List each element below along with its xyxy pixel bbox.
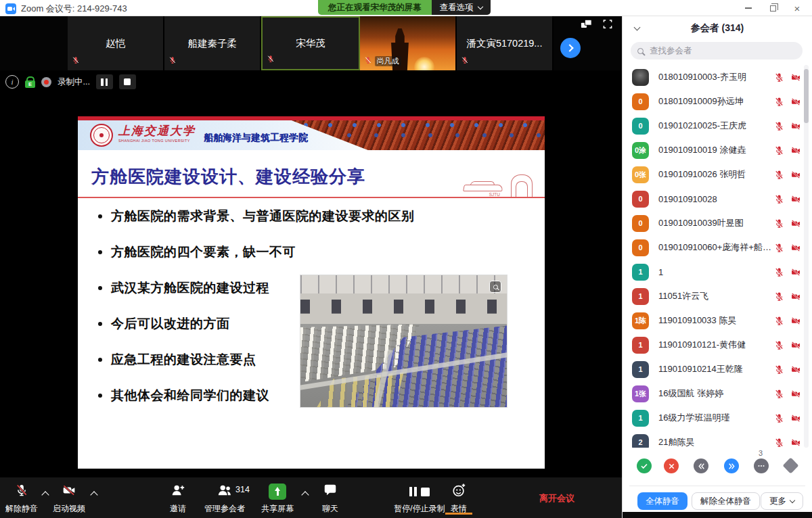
bullet-dot bbox=[98, 358, 102, 362]
panel-bottom-strip bbox=[623, 512, 812, 518]
participant-name: 018010910009孙远坤 bbox=[658, 95, 774, 108]
video-tile[interactable]: 宋华茂 bbox=[261, 16, 359, 70]
video-off-icon[interactable] bbox=[790, 267, 801, 277]
video-off-icon[interactable] bbox=[790, 291, 801, 302]
mic-muted-icon[interactable] bbox=[774, 316, 784, 326]
scrollbar-thumb[interactable] bbox=[804, 69, 809, 123]
participant-row[interactable]: 0张 019010910026 张明哲 bbox=[623, 162, 812, 187]
participant-row[interactable]: 0 019010210025-王庆虎 bbox=[623, 114, 812, 138]
participant-row[interactable]: 0 018010910009孙远坤 bbox=[623, 89, 812, 114]
participant-row[interactable]: 0 019010910060+庞海祥+船建学... bbox=[623, 235, 812, 260]
video-off-icon[interactable] bbox=[790, 194, 801, 204]
video-off-icon[interactable] bbox=[790, 145, 801, 156]
participant-name: 019010910028 bbox=[658, 194, 774, 204]
next-videos-button[interactable] bbox=[560, 38, 581, 58]
participant-row[interactable]: 1张 16级国航 张婷婷 bbox=[623, 381, 812, 406]
participant-row[interactable]: 0 019010910039叶昱图 bbox=[623, 211, 812, 235]
invite-button[interactable]: 邀请 bbox=[158, 484, 198, 515]
video-off-icon[interactable] bbox=[790, 170, 801, 180]
bullet-dot bbox=[98, 286, 102, 290]
video-off-icon[interactable] bbox=[790, 218, 801, 229]
mic-muted-icon[interactable] bbox=[774, 170, 784, 180]
participant-row[interactable]: 1陈 119010910033 陈昊 bbox=[623, 308, 812, 333]
participant-row[interactable]: 0涂 019010910019 涂健垚 bbox=[623, 138, 812, 162]
participant-row[interactable]: 1 16级力学班温明瑾 bbox=[623, 406, 812, 430]
mic-muted-icon[interactable] bbox=[774, 97, 784, 107]
participant-avatar: 0 bbox=[632, 93, 649, 110]
video-off-icon[interactable] bbox=[790, 72, 801, 83]
unmute-button[interactable]: 解除静音 bbox=[1, 484, 42, 515]
mic-muted-icon[interactable] bbox=[774, 364, 784, 375]
close-button[interactable]: × bbox=[785, 0, 809, 16]
participants-panel-title: 参会者 (314) bbox=[623, 22, 812, 34]
mic-muted-icon[interactable] bbox=[774, 267, 784, 277]
mic-muted-icon[interactable] bbox=[774, 438, 784, 448]
share-options-chevron[interactable] bbox=[301, 491, 309, 498]
chevron-right-icon bbox=[566, 44, 573, 51]
mic-muted-icon[interactable] bbox=[774, 389, 784, 399]
video-options-chevron[interactable] bbox=[90, 491, 97, 498]
video-off-icon[interactable] bbox=[790, 364, 801, 375]
university-name: 上海交通大学 bbox=[118, 125, 196, 138]
view-options-button[interactable]: 查看选项 bbox=[432, 0, 491, 15]
no-feedback-button[interactable] bbox=[664, 458, 679, 473]
stop-recording-button[interactable] bbox=[119, 74, 136, 89]
video-tile[interactable]: 尚凡成 bbox=[360, 16, 457, 70]
info-icon[interactable]: i bbox=[5, 75, 19, 89]
participant-row[interactable]: 1 11051许云飞 bbox=[623, 284, 812, 308]
mic-muted-icon[interactable] bbox=[774, 72, 784, 83]
clear-feedback-icon[interactable] bbox=[782, 457, 798, 473]
video-off-icon[interactable] bbox=[790, 97, 801, 107]
search-input[interactable] bbox=[648, 45, 796, 56]
slower-feedback-button[interactable] bbox=[694, 458, 708, 473]
minimize-button[interactable] bbox=[736, 0, 761, 16]
restore-button[interactable] bbox=[761, 0, 785, 16]
mic-muted-icon[interactable] bbox=[774, 194, 784, 204]
video-off-icon[interactable] bbox=[790, 316, 801, 326]
chat-button[interactable]: 聊天 bbox=[310, 484, 351, 515]
mic-muted-icon[interactable] bbox=[774, 145, 784, 156]
video-tile[interactable]: 赵恺 bbox=[68, 16, 164, 70]
participant-avatar: 0 bbox=[632, 191, 649, 208]
participant-row[interactable]: 1 119010910214王乾隆 bbox=[623, 357, 812, 381]
mic-muted-icon[interactable] bbox=[774, 340, 784, 350]
video-off-icon[interactable] bbox=[790, 413, 801, 423]
mic-muted-icon[interactable] bbox=[774, 243, 784, 253]
start-video-button[interactable]: 启动视频 bbox=[49, 484, 89, 515]
share-screen-button[interactable]: 共享屏幕 bbox=[257, 484, 298, 515]
unmute-all-button[interactable]: 解除全体静音 bbox=[692, 492, 760, 510]
mic-muted-icon[interactable] bbox=[774, 413, 784, 423]
more-feedback-button[interactable] bbox=[754, 458, 769, 473]
mic-muted-icon[interactable] bbox=[774, 291, 784, 302]
participant-row[interactable]: 1 1 bbox=[623, 260, 812, 284]
faster-feedback-button[interactable] bbox=[724, 458, 739, 473]
video-off-icon[interactable] bbox=[790, 243, 801, 253]
video-tile[interactable]: 潘文寅5170219... bbox=[457, 16, 554, 70]
video-off-icon[interactable] bbox=[790, 340, 801, 350]
participant-row[interactable]: 0 019010910028 bbox=[623, 187, 812, 211]
participant-row[interactable]: 018010910003-齐玉明 bbox=[623, 65, 812, 89]
gallery-view-icon[interactable] bbox=[581, 19, 593, 29]
magnifier-icon[interactable] bbox=[489, 281, 501, 293]
reactions-button[interactable]: 表情 bbox=[438, 484, 479, 515]
participant-avatar: 2 bbox=[632, 434, 649, 448]
video-off-icon[interactable] bbox=[790, 121, 801, 131]
more-button[interactable]: 更多 bbox=[761, 492, 803, 510]
yes-feedback-button[interactable] bbox=[637, 458, 652, 473]
participant-avatar: 1陈 bbox=[632, 312, 649, 329]
pause-recording-button[interactable] bbox=[96, 74, 113, 89]
video-off-icon[interactable] bbox=[790, 389, 801, 399]
fullscreen-icon[interactable] bbox=[602, 19, 614, 29]
recording-overlay: i E 录制中... bbox=[5, 74, 136, 89]
mic-options-chevron[interactable] bbox=[41, 491, 49, 498]
leave-meeting-button[interactable]: 离开会议 bbox=[539, 492, 574, 504]
manage-participants-button[interactable]: 管理参会者 314 bbox=[196, 484, 253, 515]
participant-row[interactable]: 1 119010910121-黄伟健 bbox=[623, 333, 812, 357]
mute-all-button[interactable]: 全体静音 bbox=[637, 492, 687, 510]
mic-muted-icon[interactable] bbox=[774, 218, 784, 229]
video-tile[interactable]: 船建秦子柔 bbox=[164, 16, 261, 70]
mic-muted-icon[interactable] bbox=[774, 121, 784, 131]
video-off-icon[interactable] bbox=[790, 438, 801, 448]
participant-row[interactable]: 2 21舶陈昊 bbox=[623, 430, 812, 448]
sjtu-seal-logo bbox=[90, 124, 113, 147]
